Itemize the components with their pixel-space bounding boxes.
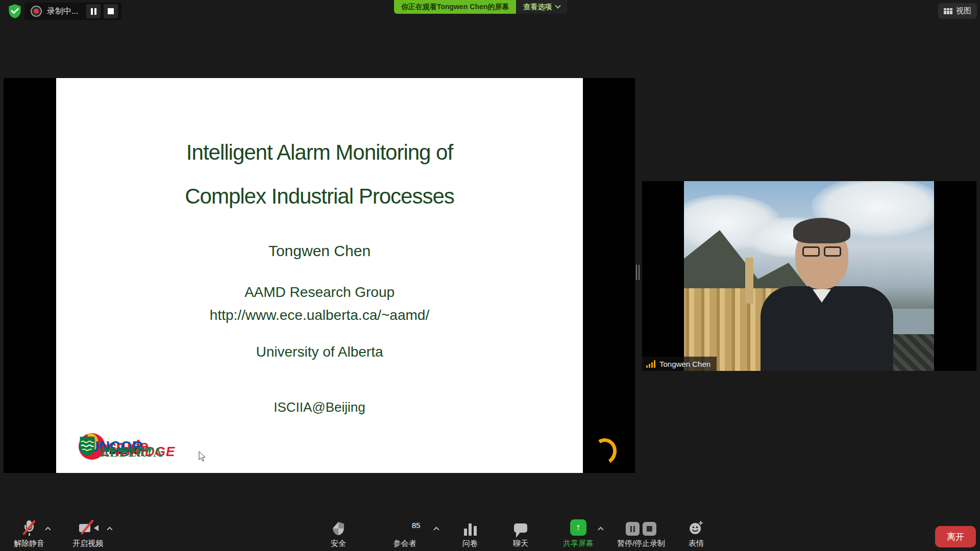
participants-button[interactable]: 85 参会者	[392, 519, 418, 548]
participants-icon	[392, 522, 409, 536]
presenter-silhouette	[761, 286, 893, 371]
viewing-banner: 你正在观看Tongwen Chen的屏幕 查看选项	[394, 0, 567, 14]
view-button[interactable]: 视图	[938, 3, 977, 19]
slide-url: http://www.ece.ualberta.ca/~aamd/	[56, 307, 583, 323]
chat-button[interactable]: 聊天	[513, 519, 528, 548]
slide-university: University of Alberta	[56, 344, 583, 360]
video-tile-tongwen-chen[interactable]: Tongwen Chen	[642, 181, 976, 371]
pause-recording-icon	[626, 522, 640, 536]
slide-author: Tongwen Chen	[56, 242, 583, 260]
pause-icon	[91, 8, 96, 15]
stop-recording-button[interactable]	[104, 4, 118, 18]
participants-label: 参会者	[392, 539, 418, 548]
participant-name: Tongwen Chen	[659, 360, 710, 368]
reactions-smiley-icon	[689, 520, 704, 536]
zoom-meeting-window: 录制中... 你正在观看Tongwen Chen的屏幕 查看选项 视图 Inte…	[0, 0, 980, 551]
pause-recording-button[interactable]	[86, 4, 101, 18]
security-shield-icon	[332, 521, 345, 536]
start-video-button[interactable]: 开启视频	[72, 519, 103, 548]
polls-label: 问卷	[462, 539, 478, 548]
slide-event: ISCIIA@Beijing	[56, 399, 583, 415]
participants-count: 85	[412, 521, 421, 530]
unmute-label: 解除静音	[14, 539, 44, 548]
microphone-muted-icon	[22, 520, 36, 536]
audio-options-chevron[interactable]	[47, 523, 51, 533]
security-button[interactable]: 安全	[331, 519, 346, 548]
video-options-chevron[interactable]	[109, 523, 113, 533]
share-screen-button[interactable]: ↑ 共享屏幕	[563, 519, 594, 548]
sponsor-logo-row: NSERC CRSNG Sycrude ENBRIDGE SUNCOR ENER…	[56, 426, 583, 467]
view-button-label: 视图	[956, 6, 971, 16]
participants-options-chevron[interactable]	[435, 523, 439, 533]
viewing-banner-text: 你正在观看Tongwen Chen的屏幕	[394, 0, 516, 14]
chat-bubble-icon	[514, 523, 527, 536]
share-screen-label: 共享屏幕	[563, 539, 594, 548]
slide-research-group: AAMD Research Group	[56, 284, 583, 300]
start-video-label: 开启视频	[72, 539, 103, 548]
unmute-button[interactable]: 解除静音	[14, 519, 44, 548]
grid-view-icon	[944, 8, 952, 14]
slide-title-line2: Complex Industrial Processes	[56, 184, 583, 209]
view-options-label: 查看选项	[523, 3, 552, 12]
camera-off-icon	[79, 522, 96, 534]
polls-button[interactable]: 问卷	[462, 519, 478, 548]
participant-name-tag: Tongwen Chen	[642, 357, 717, 371]
ualberta-shield-icon	[79, 436, 96, 457]
video-feed	[684, 181, 934, 371]
shared-screen-viewport: Intelligent Alarm Monitoring of Complex …	[4, 78, 635, 473]
chat-label: 聊天	[513, 539, 528, 548]
recording-indicator: 录制中...	[24, 3, 121, 20]
share-options-chevron[interactable]	[600, 523, 604, 533]
slide-title-line1: Intelligent Alarm Monitoring of	[56, 140, 583, 165]
presentation-slide: Intelligent Alarm Monitoring of Complex …	[56, 78, 583, 473]
stop-recording-icon	[643, 522, 656, 536]
stop-icon	[108, 8, 114, 14]
recording-dot-icon	[31, 6, 42, 17]
reactions-label: 表情	[689, 539, 704, 548]
pause-stop-recording-button[interactable]: 暂停/停止录制	[617, 519, 665, 548]
ualberta-text-line2: ALBERTA	[100, 446, 627, 459]
meeting-security-shield-icon[interactable]	[7, 4, 22, 19]
view-options-button[interactable]: 查看选项	[516, 0, 567, 14]
ualberta-logo: UNIVERSITY OF ALBERTA	[79, 436, 605, 457]
chevron-down-icon	[555, 3, 561, 8]
leave-meeting-button[interactable]: 离开	[935, 526, 976, 547]
security-label: 安全	[331, 539, 346, 548]
audio-signal-icon	[646, 360, 655, 368]
reactions-button[interactable]: 表情	[689, 519, 704, 548]
recording-label: 录制中...	[47, 6, 78, 17]
mouse-cursor	[199, 451, 207, 462]
share-screen-icon: ↑	[570, 519, 586, 536]
poll-chart-icon	[464, 523, 477, 536]
record-control-label: 暂停/停止录制	[617, 539, 665, 548]
panel-resize-handle[interactable]	[636, 265, 642, 280]
